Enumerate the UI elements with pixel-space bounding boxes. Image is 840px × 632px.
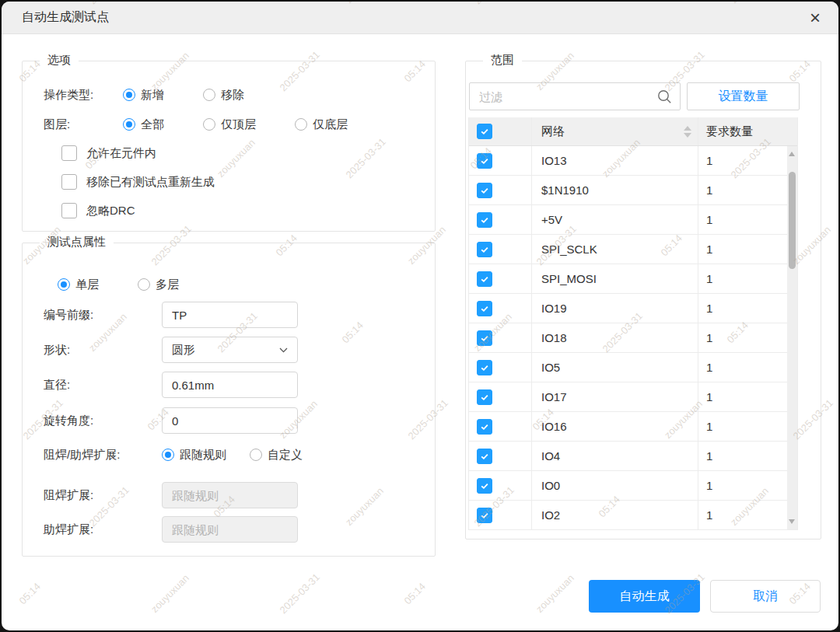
net-name-cell[interactable]: IO17	[532, 382, 698, 411]
paste-mask-expansion-label: 助焊扩展:	[44, 522, 162, 537]
set-quantity-button[interactable]: 设置数量	[687, 82, 800, 110]
close-icon[interactable]: ×	[803, 2, 828, 34]
cancel-label: 取消	[753, 588, 778, 605]
qty-cell[interactable]: 1	[698, 264, 787, 293]
qty-column-header: 要求数量	[698, 117, 797, 145]
net-name-cell[interactable]: IO5	[532, 353, 698, 382]
net-name-cell[interactable]: IO19	[532, 294, 698, 323]
net-column-header[interactable]: 网络	[532, 117, 698, 145]
qty-cell[interactable]: 1	[698, 146, 787, 175]
radio-label: 自定义	[268, 448, 303, 463]
row-checkbox[interactable]	[477, 153, 492, 169]
row-checkbox-cell	[469, 382, 532, 411]
prefix-label: 编号前缀:	[44, 308, 162, 323]
radio-custom[interactable]: 自定义	[250, 448, 303, 463]
search-icon[interactable]	[657, 89, 672, 104]
row-checkbox[interactable]	[477, 301, 492, 316]
rotation-input[interactable]	[162, 407, 298, 434]
diameter-input[interactable]	[162, 372, 298, 398]
qty-cell[interactable]: 1	[698, 412, 787, 441]
radio-single-layer[interactable]: 单层	[58, 278, 99, 292]
filter-input[interactable]	[479, 90, 657, 103]
checkbox-icon	[61, 203, 77, 218]
shape-row: 形状: 圆形	[44, 337, 298, 363]
row-checkbox[interactable]	[477, 360, 492, 375]
qty-cell[interactable]: 1	[698, 442, 787, 470]
qty-cell[interactable]: 1	[698, 235, 787, 264]
row-checkbox[interactable]	[477, 478, 492, 494]
cancel-button[interactable]: 取消	[710, 580, 821, 613]
table-row: IO01	[469, 471, 787, 501]
sort-icon[interactable]	[684, 126, 691, 138]
shape-select[interactable]: 圆形	[162, 337, 298, 363]
row-checkbox-cell	[469, 501, 532, 529]
radio-operation-remove[interactable]: 移除	[203, 88, 244, 103]
net-name-cell[interactable]: IO18	[532, 323, 698, 352]
qty-cell[interactable]: 1	[698, 471, 787, 500]
row-checkbox[interactable]	[477, 271, 492, 287]
layer-label: 图层:	[44, 117, 123, 132]
checkbox-label: 移除已有测试点重新生成	[86, 175, 215, 190]
table-row: IO191	[469, 294, 787, 323]
radio-operation-add[interactable]: 新增	[123, 88, 164, 103]
qty-cell[interactable]: 1	[698, 205, 787, 234]
row-checkbox[interactable]	[477, 419, 492, 435]
row-checkbox[interactable]	[477, 389, 492, 405]
row-checkbox[interactable]	[477, 242, 492, 257]
net-name-cell[interactable]: SPI_SCLK	[532, 235, 698, 264]
row-checkbox[interactable]	[477, 183, 492, 198]
checkbox-allow-inside-component[interactable]: 允许在元件内	[61, 145, 156, 161]
radio-label: 新增	[141, 88, 164, 103]
diameter-row: 直径:	[44, 372, 298, 398]
solder-mask-expansion-label: 阻焊扩展:	[44, 488, 162, 503]
table-row: IO171	[469, 382, 787, 412]
table-scrollbar[interactable]	[787, 146, 797, 529]
table-row: IO41	[469, 442, 787, 471]
radio-icon	[203, 89, 215, 101]
qty-cell[interactable]: 1	[698, 323, 787, 352]
filter-box	[469, 82, 681, 110]
checkbox-remove-existing-regenerate[interactable]: 移除已有测试点重新生成	[61, 174, 215, 190]
radio-layer-bottom-only[interactable]: 仅底层	[295, 117, 348, 132]
scrollbar-thumb[interactable]	[789, 172, 796, 269]
row-checkbox-cell	[469, 471, 532, 500]
radio-layer-all[interactable]: 全部	[123, 117, 164, 132]
net-name-cell[interactable]: IO16	[532, 412, 698, 441]
select-all-checkbox[interactable]	[477, 124, 492, 139]
mask-paste-expansion-row: 阻焊/助焊扩展: 跟随规则 自定义	[44, 446, 341, 463]
scroll-up-icon[interactable]	[789, 152, 795, 156]
radio-multi-layer[interactable]: 多层	[138, 278, 179, 292]
row-checkbox[interactable]	[477, 508, 492, 523]
prefix-input[interactable]	[162, 302, 298, 328]
table-row: +5V1	[469, 205, 787, 235]
qty-cell[interactable]: 1	[698, 501, 787, 529]
net-name-cell[interactable]: IO2	[532, 501, 698, 529]
radio-layer-top-only[interactable]: 仅顶层	[203, 117, 256, 132]
checkbox-ignore-drc[interactable]: 忽略DRC	[61, 203, 135, 218]
chevron-down-icon	[279, 347, 288, 353]
options-group: 选项 操作类型: 新增 移除 图层: 全部 仅顶层	[22, 61, 436, 232]
paste-mask-expansion-row: 助焊扩展:	[44, 516, 298, 543]
net-name-cell[interactable]: IO0	[532, 471, 698, 500]
options-group-legend: 选项	[40, 53, 79, 68]
dialog-title: 自动生成测试点	[22, 9, 109, 26]
radio-follow-rule[interactable]: 跟随规则	[162, 448, 226, 463]
net-name-cell[interactable]: IO13	[532, 146, 698, 175]
qty-cell[interactable]: 1	[698, 382, 787, 411]
operation-type-label: 操作类型:	[44, 88, 123, 103]
row-checkbox[interactable]	[477, 212, 492, 228]
qty-cell[interactable]: 1	[698, 176, 787, 204]
scroll-down-icon[interactable]	[789, 519, 795, 524]
qty-header-label: 要求数量	[706, 124, 753, 139]
net-name-cell[interactable]: +5V	[532, 205, 698, 234]
net-table-body: IO131$1N19101+5V1SPI_SCLK1SPI_MOSI1IO191…	[469, 146, 787, 529]
net-name-cell[interactable]: $1N1910	[532, 176, 698, 204]
radio-label: 单层	[75, 278, 99, 292]
net-name-cell[interactable]: IO4	[532, 442, 698, 470]
net-name-cell[interactable]: SPI_MOSI	[532, 264, 698, 293]
qty-cell[interactable]: 1	[698, 353, 787, 382]
row-checkbox[interactable]	[477, 330, 492, 346]
qty-cell[interactable]: 1	[698, 294, 787, 323]
auto-generate-button[interactable]: 自动生成	[589, 580, 700, 613]
row-checkbox[interactable]	[477, 449, 492, 464]
